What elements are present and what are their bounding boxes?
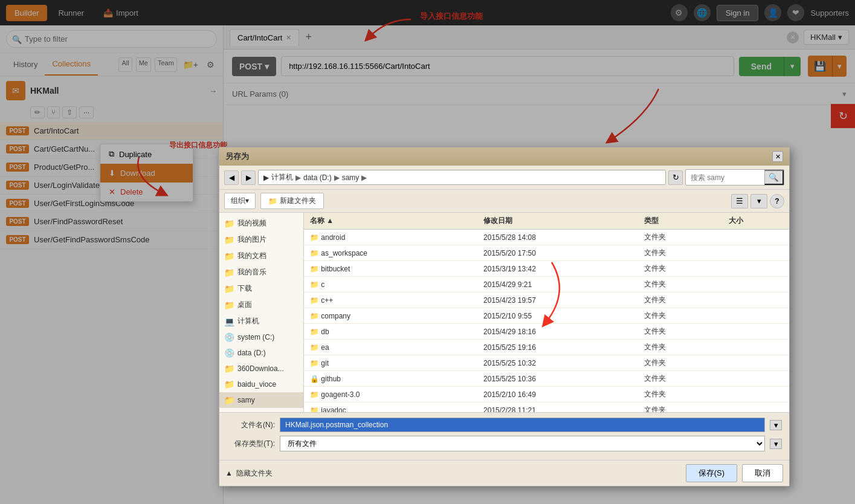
- folder-icon-5: 📁: [224, 300, 234, 310]
- folder-icon-4: 📁: [224, 284, 234, 294]
- left-panel-item-1[interactable]: 📁我的图片: [219, 231, 303, 248]
- left-panel-item-3[interactable]: 📁我的音乐: [219, 264, 303, 280]
- file-row-8[interactable]: 📁 git2015/5/25 10:32文件夹: [304, 355, 789, 371]
- folder-icon-0: 📁: [224, 219, 234, 228]
- file-row-7[interactable]: 📁 ea2015/5/25 19:16文件夹: [304, 340, 789, 355]
- file-folder-icon-5: 📁: [310, 312, 319, 320]
- left-panel-item-12[interactable]: 📁android: [219, 408, 303, 412]
- col-type[interactable]: 类型: [638, 213, 723, 230]
- dialog-search-btn[interactable]: 🔍: [764, 170, 784, 185]
- view-controls: ☰ ▾ ?: [731, 194, 784, 208]
- file-row-3[interactable]: 📁 c2015/4/29 9:21文件夹: [304, 277, 789, 292]
- path-separator-2: ▶: [361, 173, 367, 182]
- forward-btn[interactable]: ▶: [241, 170, 256, 185]
- file-folder-icon-10: 📁: [310, 390, 319, 399]
- dialog-btn-row: 保存(S) 取消: [686, 464, 783, 482]
- filetype-arrow-btn[interactable]: ▾: [770, 439, 782, 449]
- folder-plus-icon: 📁: [268, 197, 277, 205]
- help-btn[interactable]: ?: [770, 194, 784, 208]
- dialog-body: 📁我的视频 📁我的图片 📁我的文档 📁我的音乐 📁下载 📁桌面 💻计算机 💿sy…: [219, 213, 789, 412]
- file-dialog: 另存为 ✕ ◀ ▶ ▶ 计算机 ▶ data (D:) ▶ samy ▶ ↻ 🔍…: [219, 147, 790, 486]
- dialog-title: 另存为: [225, 151, 249, 162]
- view-arrow-btn[interactable]: ▾: [750, 194, 767, 208]
- drive-icon-7: 💿: [224, 332, 234, 342]
- path-separator-0: ▶: [295, 173, 301, 182]
- filename-row: 文件名(N): ▾: [227, 418, 782, 432]
- filetype-label: 保存类型(T):: [227, 439, 275, 449]
- path-separator-1: ▶: [334, 173, 340, 182]
- filename-input[interactable]: [280, 418, 765, 432]
- filename-arrow-btn[interactable]: ▾: [770, 420, 782, 430]
- file-row-6[interactable]: 📁 db2015/4/29 18:16文件夹: [304, 324, 789, 340]
- path-part-2[interactable]: samy: [342, 173, 360, 182]
- file-row-0[interactable]: 📁 android2015/5/28 14:08文件夹: [304, 230, 789, 245]
- col-size[interactable]: 大小: [723, 213, 789, 230]
- left-panel-item-9[interactable]: 📁360Downloa...: [219, 361, 303, 376]
- path-part-1[interactable]: data (D:): [303, 173, 332, 182]
- left-panel-item-4[interactable]: 📁下载: [219, 280, 303, 297]
- dialog-actions: 组织▾ 📁 新建文件夹 ☰ ▾ ?: [219, 190, 789, 213]
- file-folder-icon-3: 📁: [310, 280, 319, 289]
- file-folder-icon-4: 📁: [310, 296, 319, 305]
- file-folder-icon-6: 📁: [310, 328, 319, 336]
- file-folder-icon-11: 📁: [310, 406, 319, 413]
- search-box-dialog: 🔍: [685, 169, 784, 186]
- dialog-bottom-bar: ▲ 隐藏文件夹 保存(S) 取消: [219, 460, 789, 486]
- folder-icon-3: 📁: [224, 268, 234, 277]
- file-row-5[interactable]: 📁 company2015/2/10 9:55文件夹: [304, 308, 789, 324]
- hide-folder-row[interactable]: ▲ 隐藏文件夹: [225, 468, 273, 479]
- left-panel-item-10[interactable]: 📁baidu_vioce: [219, 376, 303, 392]
- left-panel-item-7[interactable]: 💿system (C:): [219, 329, 303, 345]
- folder-icon-1: 📁: [224, 235, 234, 245]
- file-row-11[interactable]: 📁 javadoc2015/2/28 11:21文件夹: [304, 402, 789, 413]
- file-row-2[interactable]: 📁 bitbucket2015/3/19 13:42文件夹: [304, 261, 789, 277]
- folder-icon-11: 📁: [224, 395, 234, 405]
- path-icon: ▶: [263, 173, 269, 182]
- filetype-row: 保存类型(T): 所有文件 ▾: [227, 436, 782, 451]
- left-panel-item-2[interactable]: 📁我的文档: [219, 248, 303, 264]
- back-btn[interactable]: ◀: [224, 170, 239, 185]
- computer-icon-6: 💻: [224, 317, 234, 326]
- file-row-9[interactable]: 🔒 github2015/5/25 10:36文件夹: [304, 371, 789, 387]
- file-folder-icon-1: 📁: [310, 249, 319, 257]
- dialog-left-panel: 📁我的视频 📁我的图片 📁我的文档 📁我的音乐 📁下载 📁桌面 💻计算机 💿sy…: [219, 213, 304, 412]
- folder-icon-9: 📁: [224, 364, 234, 373]
- file-row-10[interactable]: 📁 goagent-3.02015/2/10 16:49文件夹: [304, 387, 789, 402]
- drive-icon-8: 💿: [224, 348, 234, 358]
- path-part-0[interactable]: 计算机: [271, 172, 293, 183]
- folder-icon-12: 📁: [224, 411, 234, 412]
- dialog-footer: 文件名(N): ▾ 保存类型(T): 所有文件 ▾: [219, 412, 789, 460]
- file-table: 名称 ▲ 修改日期 类型 大小 📁 android2015/5/28 14:08…: [304, 213, 789, 412]
- col-name[interactable]: 名称 ▲: [304, 213, 477, 230]
- left-panel-item-8[interactable]: 💿data (D:): [219, 345, 303, 361]
- file-folder-icon-2: 📁: [310, 265, 319, 273]
- save-dialog-btn[interactable]: 保存(S): [686, 464, 737, 482]
- col-date[interactable]: 修改日期: [477, 213, 638, 230]
- file-row-4[interactable]: 📁 c++2015/4/23 19:57文件夹: [304, 292, 789, 308]
- file-row-1[interactable]: 📁 as_workspace2015/5/20 17:50文件夹: [304, 245, 789, 261]
- dialog-search-input[interactable]: [686, 172, 764, 184]
- folder-icon-2: 📁: [224, 251, 234, 261]
- org-btn[interactable]: 组织▾: [224, 193, 256, 209]
- file-folder-icon-0: 📁: [310, 233, 319, 242]
- dialog-titlebar: 另存为 ✕: [219, 147, 789, 166]
- left-panel-item-6[interactable]: 💻计算机: [219, 313, 303, 329]
- path-bar: ▶ 计算机 ▶ data (D:) ▶ samy ▶: [258, 170, 666, 185]
- filetype-select[interactable]: 所有文件: [280, 436, 765, 451]
- left-panel-item-0[interactable]: 📁我的视频: [219, 215, 303, 231]
- list-view-btn[interactable]: ☰: [731, 194, 748, 208]
- path-refresh-btn[interactable]: ↻: [668, 170, 683, 185]
- file-folder-icon-8: 📁: [310, 359, 319, 367]
- dialog-right-panel: 名称 ▲ 修改日期 类型 大小 📁 android2015/5/28 14:08…: [304, 213, 789, 412]
- left-panel-item-5[interactable]: 📁桌面: [219, 297, 303, 313]
- cancel-dialog-btn[interactable]: 取消: [742, 464, 783, 482]
- file-folder-icon-7: 📁: [310, 343, 319, 352]
- folder-icon-10: 📁: [224, 380, 234, 389]
- left-panel-item-11[interactable]: 📁samy: [219, 392, 303, 408]
- dialog-toolbar: ◀ ▶ ▶ 计算机 ▶ data (D:) ▶ samy ▶ ↻ 🔍: [219, 166, 789, 190]
- new-folder-btn[interactable]: 📁 新建文件夹: [260, 193, 324, 209]
- dialog-close-btn[interactable]: ✕: [772, 151, 783, 162]
- file-folder-icon-9: 🔒: [310, 375, 319, 383]
- hide-folder-icon: ▲: [225, 469, 233, 477]
- filename-label: 文件名(N):: [227, 420, 275, 430]
